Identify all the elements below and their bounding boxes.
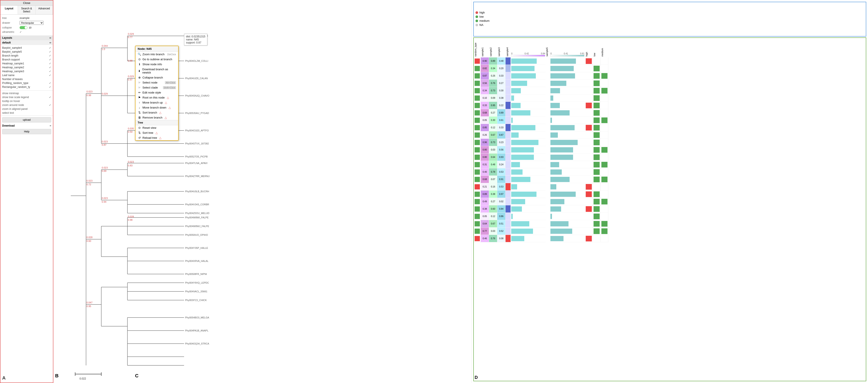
cell-sample1-11: 0.96 <box>481 139 489 146</box>
cell-sample4-8 <box>505 116 511 124</box>
bar-s5-12 <box>511 146 546 153</box>
ctx-zoom-branch[interactable]: 🔍 Zoom into branch DblClick <box>135 52 178 57</box>
ctx-edit-node-style[interactable]: ✏ Edit node style <box>135 90 178 95</box>
drawer-select[interactable]: Rectangular <box>20 21 43 25</box>
tree-label: tree <box>2 16 20 20</box>
collapse-value: 10 <box>29 26 31 29</box>
ctx-sort-branch[interactable]: ⇅ Sort branch △ <box>135 110 178 115</box>
zoom-around-node-row[interactable]: zoom around node ✓ <box>0 103 53 107</box>
cell-sample4-17 <box>505 183 511 190</box>
layout-item-leaf-name[interactable]: Leaf name ✓ <box>2 73 51 77</box>
svg-text:Phy004W8WI_FALPE: Phy004W8WI_FALPE <box>185 216 209 219</box>
download-icon: ⬇ <box>138 69 141 73</box>
cell-sample2-1: 0.34 <box>489 65 497 72</box>
zoom-aligned-panel-row[interactable]: zoom in aligned panel <box>0 107 53 111</box>
cell-random-type-18 <box>474 190 481 198</box>
cell-sample2-18: 0.38 <box>489 190 497 198</box>
show-tree-scale-row[interactable]: show tree scale legend ✓ <box>0 95 53 99</box>
ultrametric-label: ultrametric <box>2 30 20 34</box>
reload-icon: ↺ <box>138 136 141 139</box>
ctx-reload-tree[interactable]: ↺ Reload tree △ <box>135 135 178 140</box>
default-layout[interactable]: default ‹› <box>0 40 53 45</box>
cell-prof-low-13 <box>593 153 600 161</box>
layout-item-heatmap2[interactable]: Heatmap_sample2 ✓ <box>2 66 51 69</box>
cell-prof-low-19 <box>593 198 600 205</box>
layout-item-rectangular[interactable]: Rectangular_random_ty ✓ <box>2 85 51 89</box>
col-high: high <box>585 38 593 381</box>
cell-sample2-14: 0.48 <box>489 161 497 168</box>
ctx-download-newick[interactable]: ⬇ Download branch as newick <box>135 67 178 75</box>
tooltip-hover-row[interactable]: tooltip on hover <box>0 99 53 103</box>
ctx-select-clade[interactable]: ☞ Select clade Shift+Click <box>135 85 178 90</box>
cell-prof-high-5 <box>585 94 593 102</box>
layout-item-barplot-sample4[interactable]: Barplot_sample4 ✓ <box>2 46 51 50</box>
cell-sample3-0: 0.48 <box>497 58 505 65</box>
svg-text:0.77: 0.77 <box>128 36 132 38</box>
svg-text:0.95: 0.95 <box>87 305 91 308</box>
cell-prof-low-1 <box>593 65 600 72</box>
layout-item-profiling[interactable]: Profiling_random_type ✓ <box>2 81 51 85</box>
cell-sample4-18 <box>505 190 511 198</box>
cell-prof-high-0 <box>585 58 593 65</box>
na-dot <box>475 24 478 26</box>
bar-s5-15 <box>511 168 546 176</box>
svg-text:Phy00527O5_PICPB: Phy00527O5_PICPB <box>185 155 208 158</box>
bar-s5-7 <box>511 109 546 116</box>
layout-item-num-leaves[interactable]: Number of leaves <box>2 77 51 81</box>
layout-item-barplot-sample5[interactable]: Barplot_sample5 ✓ <box>2 50 51 54</box>
bar-s5b-22 <box>550 220 585 228</box>
ctx-root-node[interactable]: ⚑ Root on this node △ <box>135 95 178 100</box>
cell-prof-high-11 <box>585 139 593 146</box>
cell-random-type-15 <box>474 168 481 176</box>
close-bar[interactable]: Close <box>0 0 53 6</box>
ctx-tree-section: Tree <box>135 120 178 125</box>
ctx-move-branch-up[interactable]: ↑ Move branch up △ <box>135 100 178 105</box>
upload-button[interactable]: upload <box>2 117 51 123</box>
ctx-select-node[interactable]: ☞ Select node Alt+Click <box>135 80 178 85</box>
ctx-show-node-info[interactable]: ℹ Show node info <box>135 62 178 67</box>
show-minimap-row[interactable]: show minimap <box>0 91 53 95</box>
tab-search-select[interactable]: Search & Select <box>18 6 35 14</box>
ctx-sort-tree[interactable]: ⇅ Sort tree △ <box>135 130 178 135</box>
cell-prof-high-1 <box>585 65 593 72</box>
ctx-remove-branch[interactable]: 🗑 Remove branch △ <box>135 115 178 120</box>
cell-sample4-10 <box>505 131 511 139</box>
ctx-goto-subtree[interactable]: ⊙ Go to subtree at branch <box>135 57 178 62</box>
bar-s5b-17 <box>550 183 585 190</box>
cell-sample3-3: 0.27 <box>497 80 505 87</box>
ctx-header: Node: N45 <box>135 46 178 52</box>
collapse-toggle[interactable] <box>20 26 27 29</box>
cell-prof-medium-19 <box>600 198 608 205</box>
layout-item-branch-support[interactable]: Branch support ✓ <box>2 58 51 62</box>
bar-s5-22 <box>511 220 546 228</box>
svg-text:0.029: 0.029 <box>102 93 108 95</box>
cell-random-type-22 <box>474 220 481 228</box>
layout-item-heatmap3[interactable]: Heatmap_sample3 ✓ <box>2 69 51 73</box>
tree-panel: .tree-line { stroke: #555; stroke-width:… <box>53 0 472 383</box>
cell-prof-low-21 <box>593 213 600 220</box>
select-text-row[interactable]: select text <box>0 111 53 115</box>
cell-sample1-9: 0.85 <box>481 124 489 131</box>
bar-s5-17 <box>511 183 546 190</box>
help-button[interactable]: Help <box>2 129 51 134</box>
layout-item-branch-length[interactable]: Branch length ✓ <box>2 54 51 58</box>
bar-s5b-11 <box>550 139 585 146</box>
svg-text:0.94: 0.94 <box>102 201 106 203</box>
svg-text:0.023: 0.023 <box>87 90 93 93</box>
bar-s5b-3 <box>550 80 585 87</box>
cell-prof-low-2 <box>593 72 600 80</box>
col-sample4: sample4 <box>505 38 511 381</box>
tab-advanced[interactable]: Advanced <box>35 6 53 14</box>
ctx-reset-view[interactable]: ⊙ Reset view <box>135 125 178 130</box>
tab-layout[interactable]: Layout <box>0 6 18 14</box>
layout-item-heatmap1[interactable]: Heatmap_sample1 ✓ <box>2 62 51 66</box>
svg-text:Phy004Y9VQ_LEPDC: Phy004Y9VQ_LEPDC <box>185 281 209 284</box>
ctx-move-branch-down[interactable]: ↓ Move branch down △ <box>135 105 178 110</box>
sort-warn-icon: △ <box>159 111 161 114</box>
panel-b-label: B <box>55 373 59 379</box>
ctx-collapse-branch[interactable]: ⊕ Collapse branch <box>135 75 178 80</box>
cell-sample4-3 <box>505 80 511 87</box>
cell-sample3-14: 0.24 <box>497 161 505 168</box>
info-icon: ℹ <box>138 63 141 66</box>
cell-prof-medium-6 <box>600 102 608 109</box>
